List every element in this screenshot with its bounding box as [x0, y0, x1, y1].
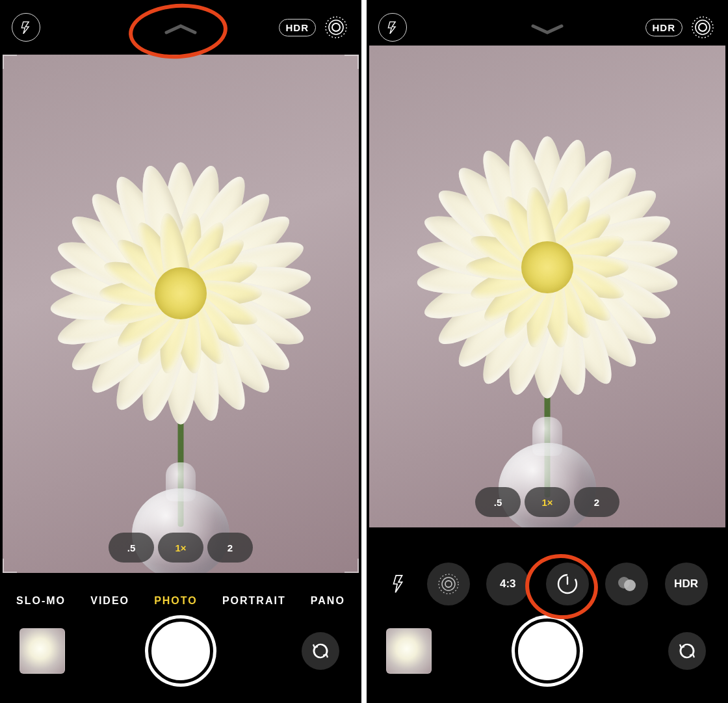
zoom-1x[interactable]: 1× [158, 533, 203, 563]
top-right-controls: HDR [645, 14, 717, 41]
viewfinder[interactable] [369, 46, 725, 527]
camera-flip-button[interactable] [302, 632, 339, 670]
top-controls: HDR [0, 0, 361, 55]
shutter-bar [367, 612, 728, 690]
zoom-ultrawide[interactable]: .5 [475, 487, 521, 517]
tool-aspect-ratio[interactable]: 4:3 [486, 563, 529, 605]
svg-point-3 [699, 23, 707, 31]
flash-icon [389, 575, 408, 593]
timer-icon [555, 572, 580, 596]
frame-corner [3, 559, 17, 573]
svg-point-11 [624, 579, 636, 591]
screenshot-pair: HDR . [0, 0, 728, 703]
svg-point-1 [329, 20, 343, 34]
camera-app-right: HDR .5 1× 2 [367, 0, 728, 703]
zoom-tele[interactable]: 2 [207, 533, 253, 563]
frame-corner [344, 55, 359, 69]
tool-hdr[interactable]: HDR [665, 563, 708, 605]
svg-point-7 [442, 577, 455, 590]
mode-portrait[interactable]: PORTRAIT [222, 595, 286, 607]
frame-corner [344, 559, 359, 573]
live-photo-icon [690, 14, 716, 40]
hdr-toggle[interactable]: HDR [279, 19, 317, 36]
tool-flash[interactable] [387, 575, 410, 593]
mode-photo[interactable]: PHOTO [154, 595, 198, 607]
last-photo-thumbnail[interactable] [20, 628, 65, 674]
zoom-controls: .5 1× 2 [475, 487, 619, 517]
expanded-tools: 4:3 HDR [367, 563, 728, 605]
hdr-toggle[interactable]: HDR [645, 19, 683, 36]
zoom-controls: .5 1× 2 [109, 533, 253, 563]
viewfinder[interactable] [3, 55, 359, 573]
live-photo-icon [323, 14, 349, 40]
frame-corner [3, 55, 17, 69]
filters-icon [614, 572, 639, 596]
last-photo-thumbnail[interactable] [386, 628, 432, 674]
flash-icon [20, 21, 32, 34]
top-controls: HDR [367, 0, 728, 55]
tool-live-photo[interactable] [427, 563, 470, 605]
zoom-1x[interactable]: 1× [525, 487, 570, 517]
mode-selector[interactable]: SLO-MOVIDEOPHOTOPORTRAITPANO [0, 595, 361, 607]
shutter-button[interactable] [515, 618, 580, 683]
mode-video[interactable]: VIDEO [90, 595, 129, 607]
zoom-ultrawide[interactable]: .5 [109, 533, 154, 563]
chevron-down-icon [529, 23, 566, 35]
tool-filters[interactable] [605, 563, 648, 605]
camera-flip-button[interactable] [668, 632, 706, 670]
flip-camera-icon [311, 641, 330, 661]
live-photo-toggle[interactable] [689, 14, 716, 41]
svg-point-6 [445, 581, 452, 587]
tool-timer[interactable] [546, 563, 589, 605]
svg-point-4 [696, 20, 710, 34]
flash-button[interactable] [12, 13, 40, 42]
collapse-tools-chevron[interactable] [529, 23, 566, 38]
top-right-controls: HDR [279, 14, 350, 41]
flash-button[interactable] [378, 13, 407, 42]
flash-icon [386, 21, 399, 34]
live-photo-icon [436, 571, 462, 597]
shutter-bar [0, 612, 361, 690]
live-photo-toggle[interactable] [322, 14, 350, 41]
mode-pano[interactable]: PANO [311, 595, 345, 607]
flip-camera-icon [677, 641, 697, 661]
white-dahlia-flower [398, 118, 697, 417]
expand-tools-chevron[interactable] [162, 23, 199, 38]
zoom-tele[interactable]: 2 [574, 487, 619, 517]
mode-slo-mo[interactable]: SLO-MO [16, 595, 66, 607]
white-dahlia-flower [31, 144, 330, 443]
svg-point-0 [332, 23, 340, 31]
shutter-button[interactable] [148, 618, 213, 683]
camera-app-left: HDR . [0, 0, 361, 703]
chevron-up-icon [162, 23, 199, 35]
